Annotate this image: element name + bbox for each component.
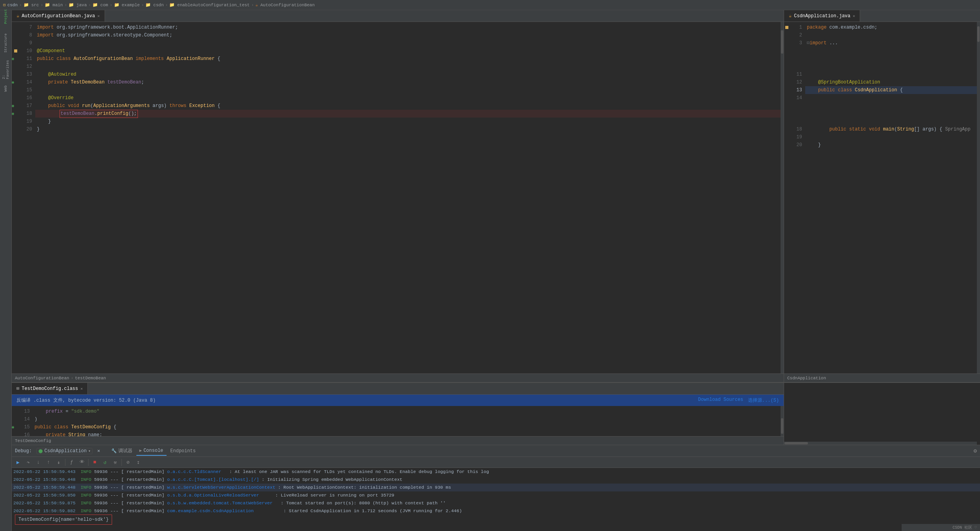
log-line-2: 2022-05-22 15:50:59.448 INFO 59936 --- [… <box>12 476 980 484</box>
code-editor-decompile[interactable]: prefix = "sdk.demo" ) public class TestD… <box>33 406 781 436</box>
breadcrumb-decompile-class: TestDemoConfig <box>15 439 51 443</box>
left-sidebar: Project Structure 2: Favorites Web <box>0 10 12 531</box>
code-breadcrumb-decompile: TestDemoConfig <box>12 436 784 445</box>
breadcrumb-bar: ⊟ csdn › 📁 src › 📁 main › 📁 java › 📁 com… <box>0 0 980 10</box>
toolbar-clear-btn[interactable]: ⊘ <box>123 458 133 467</box>
decompile-scrollbar[interactable] <box>781 406 784 436</box>
decompile-notice: 反编译 .class 文件, bytecode version: 52.0 (J… <box>12 395 784 406</box>
debug-area: Debug: ⬤ CsdnApplication ▾ ✕ 🔧 调试器 <box>12 445 980 531</box>
rcode-line-1: package com.example.csdn; <box>805 24 977 31</box>
toolbar-scroll-btn[interactable]: ↧ <box>134 458 143 467</box>
rcode-blank4 <box>805 71 977 78</box>
console-body[interactable]: 2022-05-22 15:50:59.443 INFO 59936 --- [… <box>12 468 980 531</box>
debug-toolbar: ▶ ↷ ↓ ↑ ↡ ƒ 👁 ■ ↺ ⚒ ⊘ ↧ <box>12 457 980 468</box>
rcode-blank2 <box>805 55 977 63</box>
code-breadcrumb-right: CsdnApplication <box>784 373 980 382</box>
sidebar-icon-2[interactable]: 2: Favorites <box>1 65 11 74</box>
code-breadcrumb-left: AutoConfigurationBean › testDemoBean <box>12 373 784 382</box>
tab-csdnapp-label: CsdnApplication.java <box>794 13 850 19</box>
breadcrumb-enableauto[interactable]: enableAutoConfiguration_test <box>177 3 250 7</box>
rcode-blank1 <box>805 47 977 55</box>
rcode-blank3 <box>805 63 977 71</box>
breadcrumb-folder-icon-example: 📁 <box>114 2 120 7</box>
breadcrumb-folder-icon-com: 📁 <box>92 2 98 7</box>
rcode-line-19 <box>805 133 977 141</box>
debug-tab-endpoints[interactable]: Endpoints <box>167 446 199 456</box>
toolbar-evaluate-btn[interactable]: ƒ <box>67 458 76 467</box>
bottom-status-text: CSDN 社区 ♡ <box>953 525 977 530</box>
breadcrumb-com[interactable]: com <box>100 3 108 7</box>
breadcrumb-field: testDemoBean <box>75 376 106 381</box>
debug-tab-debugger[interactable]: 🔧 调试器 <box>108 446 136 456</box>
line-numbers-decompile: 13 14 15 16 17 18 <box>17 406 33 436</box>
sidebar-icon-web[interactable]: Web <box>1 84 11 93</box>
breadcrumb-csdn[interactable]: csdn <box>7 3 18 7</box>
sidebar-icon-structure[interactable]: Structure <box>1 38 11 48</box>
rcode-blank6 <box>805 110 977 118</box>
result-output: TestDemoConfig{name='hello~sdk'} <box>15 515 112 525</box>
tab-autoconfigbean-close[interactable]: ✕ <box>97 14 100 18</box>
sidebar-icon-project[interactable]: Project <box>1 12 11 21</box>
toolbar-step-over-btn[interactable]: ↷ <box>24 458 33 467</box>
bottom-status-bar: CSDN 社区 ♡ <box>902 524 980 531</box>
code-line-14: private TestDemoBean testDemoBean; <box>35 78 781 86</box>
debug-tab-console[interactable]: ▶ Console <box>136 446 167 456</box>
breadcrumb-folder-icon-java: 📁 <box>69 2 74 7</box>
log-line-5: 2022-05-22 15:50:59.875 INFO 59936 --- [… <box>12 499 980 507</box>
breadcrumb-autoconfigbean[interactable]: AutoConfigurationBean <box>260 3 315 7</box>
debug-tab-endpoints-label: Endpoints <box>170 448 196 454</box>
gear-icon[interactable]: ⚙ <box>974 448 977 454</box>
rcode-blank7 <box>805 118 977 125</box>
code-line-11: public class AutoConfigurationBean imple… <box>35 55 781 63</box>
breadcrumb-example[interactable]: example <box>122 3 140 7</box>
breadcrumb-folder-icon-main: 📁 <box>45 2 50 7</box>
toolbar-step-out-btn[interactable]: ↑ <box>44 458 53 467</box>
dcode-line-13: prefix = "sdk.demo" <box>33 408 781 415</box>
toolbar-run-to-cursor-btn[interactable]: ↡ <box>54 458 63 467</box>
rcode-line-18: public static void main(String[] args) {… <box>805 125 977 133</box>
decompile-notice-text: 反编译 .class 文件, bytecode version: 52.0 (J… <box>16 397 156 404</box>
code-line-20: } <box>35 125 781 133</box>
debug-app-selector[interactable]: ⬤ CsdnApplication ▾ <box>36 448 92 454</box>
line-numbers-left: 7 8 9 10 11 12 13 14 15 16 17 18 19 20 <box>20 22 35 373</box>
breadcrumb-main[interactable]: main <box>53 3 63 7</box>
breadcrumb-icon-project: ⊟ <box>3 2 6 7</box>
log-line-1: 2022-05-22 15:50:59.443 INFO 59936 --- [… <box>12 468 980 476</box>
editor-right-scrollbar[interactable] <box>977 22 980 373</box>
breadcrumb-folder-icon-src: 📁 <box>24 2 29 7</box>
breadcrumb-folder-icon-csdn2: 📁 <box>145 2 151 7</box>
toolbar-stop-btn[interactable]: ■ <box>90 458 100 467</box>
rcode-line-13: public class CsdnApplication { <box>805 86 977 94</box>
toolbar-rerun-btn[interactable]: ↺ <box>100 458 110 467</box>
tab-csdnapp[interactable]: ☕ CsdnApplication.java ✕ <box>784 10 860 22</box>
code-editor-right[interactable]: package com.example.csdn; ⊟import ... <box>805 22 977 373</box>
breadcrumb-class: AutoConfigurationBean <box>15 376 69 381</box>
code-line-7: import org.springframework.boot.Applicat… <box>35 24 781 31</box>
log-line-6: 2022-05-22 15:50:59.882 INFO 59936 --- [… <box>12 507 980 515</box>
code-line-17: public void run(ApplicationArguments arg… <box>35 102 781 110</box>
tab-autoconfigbean[interactable]: ☕ AutoConfigurationBean.java ✕ <box>12 10 105 22</box>
code-editor-left[interactable]: import org.springframework.boot.Applicat… <box>35 22 781 373</box>
breadcrumb-csdn2[interactable]: csdn <box>153 3 163 7</box>
editor-left-scrollbar[interactable] <box>781 22 784 373</box>
rcode-blank5 <box>805 102 977 110</box>
select-source-link[interactable]: 选择源...(S) <box>748 397 779 404</box>
debug-app-close[interactable]: ✕ <box>97 448 100 454</box>
toolbar-watch-btn[interactable]: 👁 <box>77 458 87 467</box>
breadcrumb-folder-icon-enableauto: 📁 <box>169 2 175 7</box>
toolbar-step-into-btn[interactable]: ↓ <box>34 458 43 467</box>
rcode-line-2 <box>805 31 977 39</box>
toolbar-build-btn[interactable]: ⚒ <box>110 458 120 467</box>
breadcrumb-java[interactable]: java <box>76 3 87 7</box>
tab-testdemoconfig-close[interactable]: ✕ <box>80 386 83 391</box>
download-sources-link[interactable]: Download Sources <box>698 397 743 404</box>
tab-testdemoconfig[interactable]: ⊞ TestDemoConfig.class ✕ <box>12 383 88 394</box>
debug-tab-console-label: Console <box>143 448 163 453</box>
right-bottom-pane <box>784 383 980 445</box>
toolbar-resume-btn[interactable]: ▶ <box>13 458 23 467</box>
code-line-12 <box>35 63 781 71</box>
tab-csdnapp-close[interactable]: ✕ <box>853 14 855 18</box>
dcode-line-16: private String name; <box>33 431 781 436</box>
breadcrumb-src[interactable]: src <box>31 3 39 7</box>
code-line-9 <box>35 39 781 47</box>
